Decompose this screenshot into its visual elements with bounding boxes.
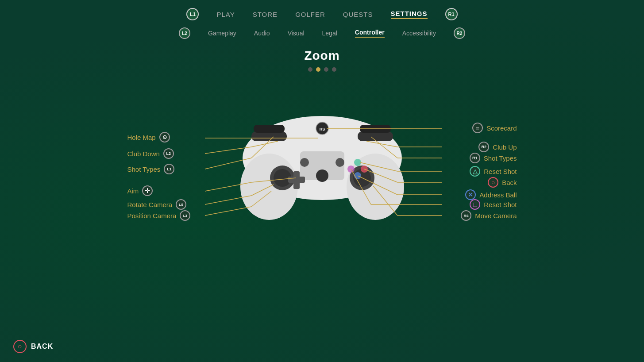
rotate-camera-btn: LS	[176, 199, 186, 210]
hole-map-text: Hole Map	[127, 134, 156, 141]
move-camera-text: Move Camera	[475, 212, 517, 220]
shot-types-right-label: R1 Shot Types	[470, 153, 517, 163]
reset-shot-triangle-label: △ Reset Shot	[470, 166, 517, 177]
nav-quests[interactable]: QUESTS	[343, 11, 373, 18]
position-camera-btn: L3	[180, 210, 190, 221]
svg-rect-6	[360, 125, 391, 133]
address-ball-label: ✕ Address Ball	[465, 189, 517, 200]
position-camera-text: Position Camera	[127, 212, 177, 220]
shot-types-left-label: Shot Types L1	[127, 164, 175, 174]
svg-rect-4	[358, 131, 393, 141]
club-down-label: Club Down L2	[127, 148, 174, 159]
shot-types-right-text: Shot Types	[484, 154, 517, 162]
svg-text:RS: RS	[319, 127, 325, 131]
r2-button[interactable]: R2	[454, 27, 465, 39]
subnav-legal[interactable]: Legal	[322, 30, 337, 37]
dot-1	[308, 67, 312, 72]
aim-label: Aim ✛	[127, 185, 153, 196]
svg-point-18	[316, 169, 328, 182]
club-up-text: Club Up	[493, 143, 517, 151]
reset-shot-triangle-btn: △	[470, 166, 480, 177]
hole-map-btn: ⊙	[159, 132, 170, 142]
back-label: ○ Back	[488, 177, 517, 188]
subnav-accessibility[interactable]: Accessibility	[402, 30, 436, 37]
move-camera-label: RS Move Camera	[461, 210, 517, 221]
back-footer-button[interactable]: ○ BACK	[13, 340, 53, 353]
nav-play[interactable]: PLAY	[216, 11, 235, 18]
dot-3	[324, 67, 328, 72]
svg-point-20	[300, 158, 309, 167]
address-ball-btn: ✕	[465, 189, 476, 200]
nav-golfer[interactable]: GOLFER	[295, 11, 325, 18]
aim-btn: ✛	[142, 185, 153, 196]
svg-line-34	[205, 207, 251, 216]
svg-rect-5	[254, 125, 285, 133]
nav-settings[interactable]: SETTINGS	[391, 10, 428, 19]
back-footer-icon: ○	[13, 340, 27, 353]
controller-layout: RS	[123, 81, 521, 222]
scorecard-label: ≡ Scorecard	[472, 123, 517, 133]
club-down-btn: L2	[163, 148, 174, 159]
reset-shot-triangle-text: Reset Shot	[484, 168, 517, 175]
rotate-camera-label: Rotate Camera LS	[127, 199, 187, 210]
rotate-camera-text: Rotate Camera	[127, 201, 173, 208]
club-up-label: R2 Club Up	[478, 142, 517, 152]
shot-types-left-btn: L1	[164, 164, 174, 174]
scorecard-btn: ≡	[472, 123, 483, 133]
subnav-audio[interactable]: Audio	[254, 30, 270, 37]
main-content: Zoom	[0, 49, 644, 362]
dot-4	[332, 67, 336, 72]
back-text: Back	[502, 179, 517, 186]
subnav-visual[interactable]: Visual	[288, 30, 305, 37]
svg-rect-3	[251, 131, 287, 141]
nav-store[interactable]: STORE	[253, 11, 278, 18]
svg-point-19	[335, 158, 344, 167]
l1-button[interactable]: L1	[186, 8, 199, 20]
r1-button[interactable]: R1	[445, 8, 458, 20]
reset-shot-square-btn: □	[470, 199, 480, 210]
page-dots	[308, 67, 336, 72]
top-nav: L1 PLAY STORE GOLFER QUESTS SETTINGS R1	[0, 8, 644, 20]
dot-2	[316, 67, 320, 72]
shot-types-left-text: Shot Types	[127, 166, 161, 173]
back-footer-label: BACK	[31, 343, 53, 350]
shot-types-right-btn: R1	[470, 153, 480, 163]
move-camera-btn: RS	[461, 210, 471, 221]
sub-nav: L2 Gameplay Audio Visual Legal Controlle…	[0, 27, 644, 39]
svg-rect-13	[288, 177, 305, 183]
subnav-controller[interactable]: Controller	[355, 29, 385, 38]
section-title: Zoom	[304, 49, 339, 63]
hole-map-label: Hole Map ⊙	[127, 132, 170, 142]
position-camera-label: Position Camera L3	[127, 210, 191, 221]
reset-shot-square-label: □ Reset Shot	[470, 199, 517, 210]
back-btn: ○	[488, 177, 498, 188]
club-up-btn: R2	[478, 142, 489, 152]
subnav-gameplay[interactable]: Gameplay	[208, 30, 236, 37]
reset-shot-square-text: Reset Shot	[484, 201, 517, 208]
club-down-text: Club Down	[127, 150, 160, 158]
address-ball-text: Address Ball	[479, 191, 517, 199]
aim-text: Aim	[127, 187, 139, 195]
scorecard-text: Scorecard	[486, 124, 517, 132]
l2-button[interactable]: L2	[179, 27, 190, 39]
